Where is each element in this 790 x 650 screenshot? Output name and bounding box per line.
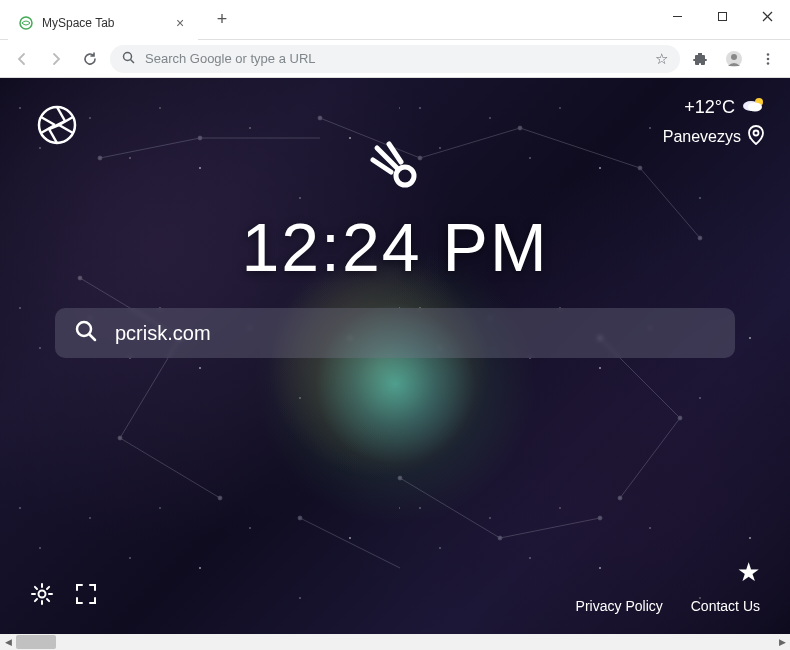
svg-point-39 — [618, 496, 622, 500]
svg-point-30 — [518, 126, 522, 130]
search-bar[interactable] — [55, 308, 735, 358]
omnibox[interactable]: Search Google or type a URL ☆ — [110, 45, 680, 73]
bottom-right-controls: ★ Privacy Policy Contact Us — [576, 557, 760, 614]
svg-point-47 — [748, 103, 762, 112]
svg-point-48 — [754, 131, 759, 136]
tab-title: MySpace Tab — [42, 16, 164, 30]
footer-links: Privacy Policy Contact Us — [576, 598, 760, 614]
omnibox-placeholder: Search Google or type a URL — [145, 51, 645, 66]
svg-line-20 — [120, 438, 220, 498]
weather-condition-icon — [741, 96, 765, 119]
svg-point-11 — [767, 62, 770, 65]
profile-icon[interactable] — [720, 45, 748, 73]
svg-point-28 — [318, 116, 322, 120]
svg-line-25 — [300, 518, 400, 568]
svg-line-54 — [90, 335, 96, 341]
browser-tab[interactable]: MySpace Tab × — [8, 6, 198, 40]
center-content: 12:24 PM — [0, 138, 790, 358]
svg-line-24 — [500, 518, 600, 538]
bottom-left-controls — [30, 582, 98, 606]
svg-point-42 — [598, 516, 602, 520]
tab-favicon-icon — [18, 15, 34, 31]
window-controls — [655, 0, 790, 32]
svg-point-55 — [39, 591, 46, 598]
svg-point-8 — [731, 54, 737, 60]
weather-temp: +12°C — [684, 97, 735, 118]
privacy-link[interactable]: Privacy Policy — [576, 598, 663, 614]
svg-rect-2 — [719, 12, 727, 20]
svg-point-41 — [498, 536, 502, 540]
search-icon — [75, 320, 97, 346]
scroll-right-arrow-icon[interactable]: ▶ — [774, 634, 790, 650]
svg-point-36 — [218, 496, 222, 500]
settings-gear-icon[interactable] — [30, 582, 54, 606]
maximize-button[interactable] — [700, 0, 745, 32]
fullscreen-icon[interactable] — [74, 582, 98, 606]
browser-toolbar: Search Google or type a URL ☆ — [0, 40, 790, 78]
window-titlebar: MySpace Tab × + — [0, 0, 790, 40]
close-icon[interactable]: × — [172, 15, 188, 31]
menu-icon[interactable] — [754, 45, 782, 73]
svg-point-5 — [124, 52, 132, 60]
extensions-icon[interactable] — [686, 45, 714, 73]
search-input[interactable] — [115, 322, 715, 345]
search-icon — [122, 51, 135, 67]
scroll-left-arrow-icon[interactable]: ◀ — [0, 634, 16, 650]
horizontal-scrollbar[interactable]: ◀ ▶ — [0, 634, 790, 650]
new-tab-button[interactable]: + — [208, 6, 236, 34]
back-button[interactable] — [8, 45, 36, 73]
newtab-page: +12°C Panevezys 12:2 — [0, 78, 790, 634]
svg-point-38 — [678, 416, 682, 420]
clock-display: 12:24 PM — [241, 208, 548, 286]
svg-point-35 — [118, 436, 122, 440]
svg-line-22 — [620, 418, 680, 498]
comet-icon — [367, 138, 423, 198]
weather-temp-row: +12°C — [663, 96, 765, 119]
forward-button[interactable] — [42, 45, 70, 73]
svg-line-23 — [400, 478, 500, 538]
scroll-thumb[interactable] — [16, 635, 56, 649]
svg-line-6 — [131, 59, 135, 63]
svg-point-10 — [767, 57, 770, 60]
svg-point-40 — [398, 476, 402, 480]
contact-link[interactable]: Contact Us — [691, 598, 760, 614]
svg-point-9 — [767, 53, 770, 56]
bookmark-star-icon[interactable]: ☆ — [655, 50, 668, 68]
reload-button[interactable] — [76, 45, 104, 73]
svg-point-43 — [298, 516, 302, 520]
close-button[interactable] — [745, 0, 790, 32]
minimize-button[interactable] — [655, 0, 700, 32]
favorites-star-icon[interactable]: ★ — [737, 557, 760, 588]
